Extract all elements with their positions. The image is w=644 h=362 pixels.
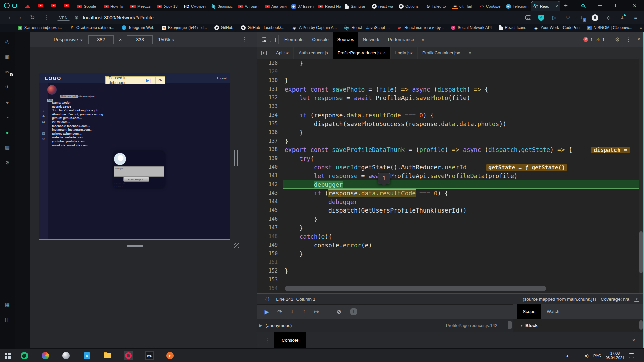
tray-expand-icon[interactable]: ▲ [566, 354, 569, 357]
code-line-text[interactable]: let response = await ProfileApi.saveProf… [283, 172, 639, 180]
search-icon[interactable] [581, 4, 585, 7]
opera-gx-icon[interactable] [124, 351, 133, 360]
call-stack-frame[interactable]: ▶ (anonymous) ProfilePage-reducer.js:142 [257, 319, 513, 332]
code-line-text[interactable]: if (response.data.resultCode === 0) { [283, 111, 639, 120]
add-post-button[interactable]: Add new post [123, 177, 149, 182]
banner-resume-icon[interactable]: ▶❘ [143, 78, 155, 83]
file-tab[interactable]: Api.jsx [271, 47, 294, 59]
code-line-text[interactable] [283, 68, 639, 76]
status-toggle-icon[interactable]: ▼ [634, 297, 639, 302]
new-tab-button[interactable]: + [564, 2, 568, 9]
tab-scope[interactable]: Scope [517, 304, 541, 319]
line-number[interactable]: 143 [257, 189, 283, 198]
bookmark-item[interactable]: MВходящие (544) - d... [162, 25, 207, 30]
line-number[interactable]: 151 [257, 258, 283, 267]
step-out-button[interactable]: ↑ [303, 308, 306, 315]
line-number[interactable]: 153 [257, 276, 283, 284]
sidebar-news-icon[interactable]: ▤ [42, 132, 45, 135]
vscode-icon[interactable]: ‹› [83, 351, 91, 360]
maximize-button[interactable] [615, 4, 619, 7]
code-line-text[interactable]: } [283, 267, 639, 276]
file-tabs-overflow-button[interactable]: » [465, 50, 475, 55]
extensions-icon[interactable]: ▩ [0, 142, 15, 153]
settings-tune-icon[interactable]: ≡ [633, 15, 639, 21]
line-number[interactable]: 129 [257, 68, 283, 76]
viewport-height-input[interactable]: 333 [127, 35, 153, 44]
panel-tab-performance[interactable]: Performance [384, 32, 418, 47]
code-scrollbar[interactable] [639, 59, 643, 293]
code-line-text[interactable] [283, 258, 639, 267]
webstorm-icon[interactable]: WS [145, 351, 154, 360]
code-line-text[interactable]: export const saveProfileDataThunk = (pro… [283, 145, 639, 154]
file-tab[interactable]: ProfileContainer.jsx [418, 47, 465, 59]
collapse-caret-icon[interactable]: ▼ [520, 324, 523, 327]
panels-icon[interactable]: ◫ [0, 315, 15, 325]
device-toolbar-icon[interactable] [270, 37, 274, 42]
vpn-badge[interactable]: VPN [57, 15, 71, 21]
youtube-pinned-icon[interactable] [64, 4, 69, 7]
deactivate-breakpoints-button[interactable]: ⊘ [337, 308, 341, 315]
panel-tab-console[interactable]: Console [308, 32, 333, 47]
drawer-menu-dots[interactable]: ⋮ [265, 337, 269, 343]
back-button[interactable]: ‹ [9, 14, 11, 21]
choose-file-button[interactable]: Выберите файл [60, 95, 78, 98]
devtools-close-button[interactable]: × [634, 36, 643, 42]
resume-button[interactable]: ▶ [265, 309, 269, 315]
navigator-toggle-icon[interactable]: ▶ [261, 51, 267, 55]
gx-corner-icon[interactable] [12, 4, 17, 8]
panels-overflow-button[interactable]: » [418, 37, 428, 42]
code-line-text[interactable]: dispatch(savePhotoSuccess(response.data.… [283, 120, 639, 128]
inspect-element-icon[interactable] [262, 37, 266, 42]
banner-step-over-icon[interactable]: ↷ [156, 78, 165, 83]
step-into-button[interactable]: ↓ [291, 308, 294, 315]
line-number[interactable]: 130 [257, 76, 283, 85]
scope-block-label[interactable]: Block [525, 323, 538, 328]
explorer-icon[interactable] [103, 351, 112, 360]
bookmark-item[interactable]: GitHub [214, 25, 233, 30]
sidebar-home-icon[interactable]: ⌂ [43, 109, 44, 112]
flow-download-icon[interactable]: ↓? [578, 15, 584, 21]
bookmark-item[interactable]: ◈A Pen by Captain A... [292, 25, 337, 31]
code-line-text[interactable]: const userId=getState().AuthReducer.user… [283, 163, 639, 172]
sidebar-settings-icon[interactable]: ⚙ [42, 137, 45, 141]
browser-tab[interactable]: Анатоми [263, 2, 289, 11]
bookmark-item[interactable]: αЗагальна інформа... [18, 25, 62, 30]
error-icon[interactable]: ✕ [583, 37, 588, 42]
youtube-pinned-icon[interactable] [38, 4, 43, 7]
bookmark-item[interactable]: GitHub - facebook/... [241, 25, 284, 30]
line-number[interactable]: 136 [257, 128, 283, 137]
history-icon[interactable]: ◔ [0, 112, 15, 122]
code-line-text[interactable] [283, 284, 639, 293]
pause-on-exceptions-button[interactable]: Ⅱ [350, 308, 357, 315]
code-line-text[interactable]: let response = await ProfileApi.savePhot… [283, 94, 639, 102]
gx-corner-icon[interactable]: ◎ [0, 37, 15, 47]
device-type-select[interactable]: Responsive▼ [54, 37, 83, 42]
line-number[interactable]: 146 [257, 215, 283, 224]
downloads-icon[interactable]: ↧ [619, 15, 625, 21]
browser-tab[interactable]: ≣git - fail [450, 2, 477, 11]
bookmarks-overflow-button[interactable]: » [640, 25, 642, 31]
panel-tab-elements[interactable]: Elements [280, 32, 308, 47]
drawer-close-button[interactable]: × [632, 337, 635, 344]
minimize-button[interactable] [598, 5, 602, 6]
sidebar-messages-icon[interactable]: ✉ [42, 120, 45, 124]
post-textarea[interactable]: write post [114, 166, 164, 177]
telegram-icon[interactable]: ✈ [0, 82, 15, 92]
file-tab[interactable]: Login.jsx [391, 47, 418, 59]
browser-tab[interactable]: HDСмотрет [182, 2, 209, 11]
paint-icon[interactable] [41, 351, 50, 360]
browser-tab[interactable]: Алгорит [236, 2, 263, 11]
line-number[interactable]: 137 [257, 137, 283, 146]
warning-icon[interactable]: ⚠ [596, 37, 601, 42]
volume-icon[interactable]: ◄) [584, 354, 589, 358]
url-field[interactable]: localhost:3000/Network#/Profile [83, 15, 154, 20]
sidebar-profile-icon[interactable]: ⊘ [42, 115, 45, 118]
line-number[interactable]: 145 [257, 206, 283, 215]
browser-tab[interactable]: Reac× [531, 1, 560, 11]
messenger-icon[interactable]: ✉4 [0, 67, 15, 77]
line-number[interactable]: 144 [257, 198, 283, 206]
start-button[interactable] [5, 353, 11, 359]
keyboard-language[interactable]: РУС [593, 354, 601, 358]
browser-tab[interactable]: Options [397, 2, 424, 11]
line-number[interactable]: 147 [257, 224, 283, 232]
